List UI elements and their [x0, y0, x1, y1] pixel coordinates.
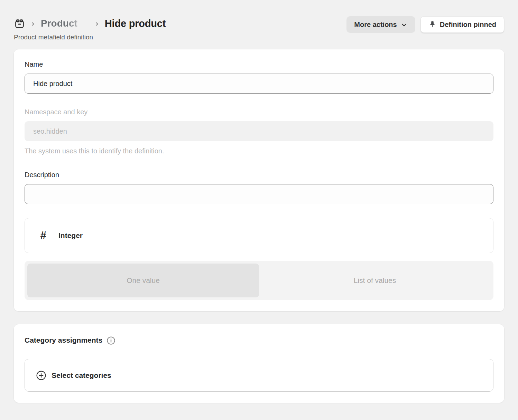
metafield-definition-page: Product Hide product Product metafield d… [0, 0, 518, 403]
chevron-right-icon [94, 21, 100, 27]
list-of-values-segment[interactable]: List of values [259, 264, 491, 297]
name-input[interactable] [25, 74, 493, 94]
name-label: Name [25, 60, 493, 68]
namespace-help-text: The system uses this to identify the def… [25, 147, 493, 155]
more-actions-label: More actions [354, 21, 397, 29]
namespace-input [25, 121, 493, 141]
page-header: Product Hide product Product metafield d… [14, 16, 504, 41]
select-categories-label: Select categories [52, 371, 111, 380]
hash-icon: # [36, 229, 50, 242]
definition-pinned-button[interactable]: Definition pinned [420, 16, 504, 33]
more-actions-button[interactable]: More actions [346, 16, 415, 33]
category-title-row: Category assignments [25, 335, 493, 345]
pushpin-icon [428, 21, 436, 29]
breadcrumb: Product Hide product [14, 16, 166, 31]
metafield-type-box: # Integer [25, 218, 493, 253]
definition-card: Name Namespace and key The system uses t… [14, 49, 504, 311]
info-circle-icon[interactable] [107, 336, 115, 345]
description-label: Description [25, 171, 493, 179]
description-input[interactable] [25, 184, 493, 204]
header-actions: More actions Definition pinned [346, 16, 504, 33]
chevron-right-icon [30, 21, 36, 27]
metafield-type-label: Integer [58, 231, 83, 240]
chevron-down-icon [400, 21, 408, 29]
page-title: Hide product [105, 18, 166, 29]
definition-pinned-label: Definition pinned [440, 21, 496, 29]
breadcrumb-parent-link[interactable]: Product [41, 18, 89, 29]
category-assignments-title: Category assignments [25, 336, 102, 344]
page-subtitle: Product metafield definition [14, 34, 166, 41]
value-mode-segmented-control: One value List of values [25, 261, 493, 300]
plus-circle-icon [36, 370, 46, 381]
one-value-segment[interactable]: One value [27, 264, 259, 297]
namespace-label: Namespace and key [25, 108, 493, 116]
box-icon [14, 18, 25, 29]
category-assignments-card: Category assignments Select categories [14, 324, 504, 403]
header-left: Product Hide product Product metafield d… [14, 16, 166, 41]
select-categories-button[interactable]: Select categories [25, 359, 493, 392]
